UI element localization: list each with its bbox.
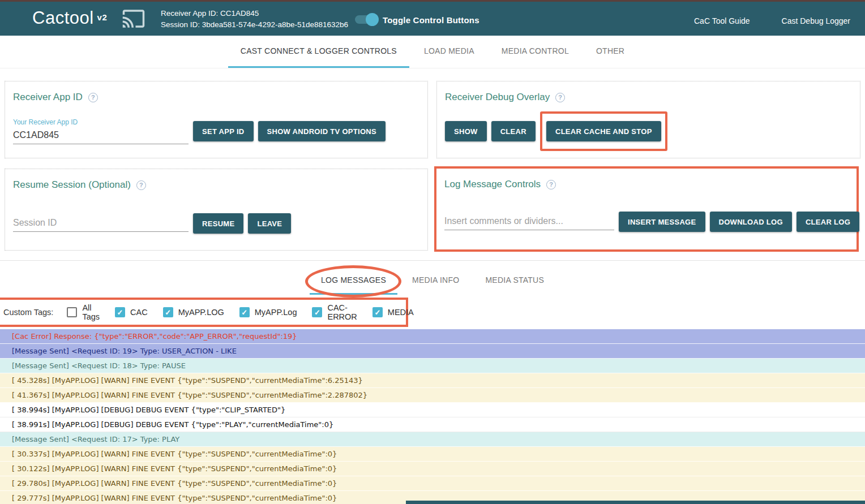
custom-tag-cac[interactable]: ✓CAC <box>115 307 148 317</box>
custom-tags-label: Custom Tags: <box>3 308 53 317</box>
resume-session-panel-title: Resume Session (Optional) <box>13 179 131 191</box>
help-icon[interactable]: ? <box>546 180 556 189</box>
custom-tag-label: MEDIA <box>388 308 414 317</box>
log-row: [Message Sent] <Request ID: 17> Type: PL… <box>0 432 865 447</box>
tab-media-control[interactable]: MEDIA CONTROL <box>489 36 581 68</box>
tab-media-info[interactable]: MEDIA INFO <box>401 266 470 295</box>
receiver-app-id-input-label: Your Receiver App ID <box>13 118 189 126</box>
checkbox-checked-icon[interactable]: ✓ <box>239 307 250 317</box>
custom-tags-list: All Tags✓CAC✓MyAPP.LOG✓MyAPP.Log✓CAC-ERR… <box>67 303 413 321</box>
custom-tag-label: CAC-ERROR <box>327 303 357 321</box>
main-tab-bar: CAST CONNECT & LOGGER CONTROLS LOAD MEDI… <box>0 36 865 68</box>
tab-media-status[interactable]: MEDIA STATUS <box>474 266 555 295</box>
log-message-controls-panel: Log Message Controls? INSERT MESSAGE DOW… <box>434 166 859 252</box>
custom-tag-myapp-log[interactable]: ✓MyAPP.Log <box>239 307 297 317</box>
session-id-input[interactable] <box>13 215 189 232</box>
app-version: v2 <box>97 12 108 22</box>
custom-tag-label: MyAPP.LOG <box>178 308 224 317</box>
custom-tag-label: All Tags <box>82 303 100 321</box>
custom-tag-myapp-log[interactable]: ✓MyAPP.LOG <box>163 307 224 317</box>
custom-tag-cac-error[interactable]: ✓CAC-ERROR <box>312 303 357 321</box>
cactool-page: Cactoolv2 Receiver App ID: CC1AD845 Sess… <box>0 0 865 504</box>
app-name: Cactool <box>32 8 94 28</box>
log-message-controls-panel-title: Log Message Controls <box>444 179 541 190</box>
receiver-app-id-panel: Receiver App ID? Your Receiver App ID SE… <box>5 81 428 158</box>
receiver-app-id-panel-title: Receiver App ID <box>13 92 83 103</box>
checkbox-checked-icon[interactable]: ✓ <box>163 307 173 317</box>
toggle-control-buttons-label: Toggle Control Buttons <box>383 15 479 25</box>
checkbox-checked-icon[interactable]: ✓ <box>372 307 383 317</box>
set-app-id-button[interactable]: SET APP ID <box>193 121 254 141</box>
log-row: [Message Sent] <Request ID: 19> Type: US… <box>0 344 865 359</box>
checkbox-unchecked-icon[interactable] <box>67 307 77 317</box>
chromecast-icon <box>120 7 147 31</box>
log-row: [Cac Error] Response: {"type":"ERROR","c… <box>0 329 865 344</box>
custom-tag-all-tags[interactable]: All Tags <box>67 303 100 321</box>
log-row: [ 41.367s] [MyAPP.LOG] [WARN] FINE EVENT… <box>0 388 865 403</box>
cac-tool-guide-link[interactable]: CaC Tool Guide <box>694 16 750 25</box>
download-log-button[interactable]: DOWNLOAD LOG <box>710 212 792 232</box>
insert-message-button[interactable]: INSERT MESSAGE <box>619 212 705 232</box>
help-icon[interactable]: ? <box>88 93 98 102</box>
tab-cast-connect-logger-controls[interactable]: CAST CONNECT & LOGGER CONTROLS <box>228 36 409 68</box>
session-id-text: Session ID: 3bdea581-574e-4292-a8be-51de… <box>161 19 348 31</box>
show-android-tv-options-button[interactable]: SHOW ANDROID TV OPTIONS <box>258 121 386 141</box>
insert-comment-input[interactable] <box>444 213 614 230</box>
tab-log-messages[interactable]: LOG MESSAGES <box>310 266 397 295</box>
log-row: [ 45.328s] [MyAPP.LOG] [WARN] FINE EVENT… <box>0 373 865 388</box>
show-overlay-button[interactable]: SHOW <box>445 121 487 141</box>
clear-log-button[interactable]: CLEAR LOG <box>797 212 859 232</box>
log-row: [ 30.122s] [MyAPP.LOG] [WARN] FINE EVENT… <box>0 462 865 476</box>
help-icon[interactable]: ? <box>136 180 146 190</box>
log-row: [ 38.994s] [MyAPP.LOG] [DEBUG] DEBUG EVE… <box>0 403 865 417</box>
resume-button[interactable]: RESUME <box>193 213 243 234</box>
receiver-debug-overlay-panel-title: Receiver Debug Overlay <box>445 92 550 103</box>
clear-overlay-button[interactable]: CLEAR <box>491 121 536 141</box>
log-row: [ 30.337s] [MyAPP.LOG] [WARN] FINE EVENT… <box>0 447 865 462</box>
log-row: [ 38.991s] [MyAPP.LOG] [DEBUG] DEBUG EVE… <box>0 417 865 432</box>
app-title: Cactoolv2 <box>32 8 107 28</box>
checkbox-checked-icon[interactable]: ✓ <box>312 307 322 317</box>
toggle-control-buttons-switch[interactable] <box>355 15 376 24</box>
bottom-teal-strip <box>406 501 865 504</box>
receiver-app-id-text: Receiver App ID: CC1AD845 <box>161 8 348 19</box>
clear-cache-and-stop-button[interactable]: CLEAR CACHE AND STOP <box>546 121 661 141</box>
cast-debug-logger-link[interactable]: Cast Debug Logger <box>782 16 850 25</box>
custom-tag-label: CAC <box>130 308 148 317</box>
log-tab-bar: LOG MESSAGES MEDIA INFO MEDIA STATUS <box>0 266 865 295</box>
tab-load-media[interactable]: LOAD MEDIA <box>412 36 487 68</box>
custom-tags-bar: Custom Tags: All Tags✓CAC✓MyAPP.LOG✓MyAP… <box>0 298 408 327</box>
help-icon[interactable]: ? <box>555 93 565 102</box>
log-row: [ 29.780s] [MyAPP.LOG] [WARN] FINE EVENT… <box>0 476 865 491</box>
annotation-rect-clear-cache: CLEAR CACHE AND STOP <box>540 111 667 151</box>
custom-tag-media[interactable]: ✓MEDIA <box>372 307 414 317</box>
receiver-debug-overlay-panel: Receiver Debug Overlay? SHOW CLEAR CLEAR… <box>436 81 860 158</box>
checkbox-checked-icon[interactable]: ✓ <box>115 307 125 317</box>
section-divider <box>0 260 865 261</box>
receiver-app-id-input[interactable] <box>13 127 189 144</box>
session-info: Receiver App ID: CC1AD845 Session ID: 3b… <box>161 8 348 31</box>
app-header: Cactoolv2 Receiver App ID: CC1AD845 Sess… <box>0 2 865 36</box>
leave-button[interactable]: LEAVE <box>248 213 291 234</box>
resume-session-panel: Resume Session (Optional)? RESUME LEAVE <box>5 169 428 251</box>
log-row: [Message Sent] <Request ID: 18> Type: PA… <box>0 359 865 373</box>
custom-tag-label: MyAPP.Log <box>255 308 297 317</box>
log-message-list: [Cac Error] Response: {"type":"ERROR","c… <box>0 329 865 504</box>
tab-other[interactable]: OTHER <box>584 36 637 68</box>
toggle-knob[interactable] <box>366 13 379 26</box>
